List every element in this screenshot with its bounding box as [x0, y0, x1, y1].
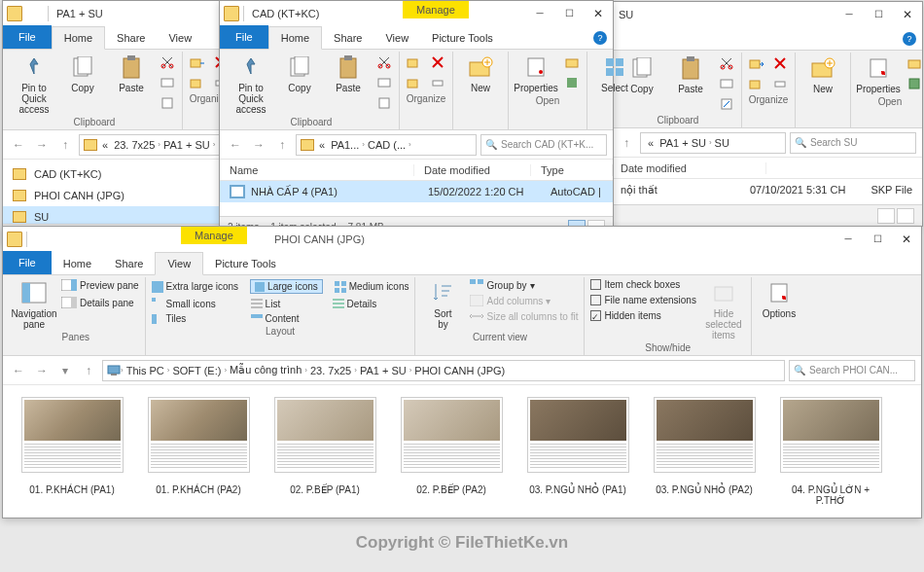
pin-button[interactable]: Pin to Quick access	[230, 54, 272, 115]
copypath-icon[interactable]	[159, 74, 176, 91]
tab-picturetools[interactable]: Picture Tools	[420, 27, 505, 49]
layout-tiles[interactable]: Tiles	[152, 313, 239, 324]
help-icon[interactable]: ?	[593, 31, 607, 45]
addcolumns-button[interactable]: Add columns ▾	[470, 295, 578, 306]
list-item[interactable]: 03. P.NGỦ NHỎ (PA1)	[524, 397, 631, 506]
sort-button[interactable]: Sort by	[421, 279, 464, 330]
copypath-icon[interactable]	[375, 74, 393, 91]
tab-view[interactable]: View	[157, 27, 203, 49]
breadcrumb[interactable]: «PA1 + SU›SU	[640, 132, 786, 154]
minimize-button[interactable]: ─	[834, 227, 863, 251]
fwd-button[interactable]: →	[32, 361, 52, 380]
back-button[interactable]: ←	[226, 135, 245, 155]
cut-icon[interactable]	[375, 54, 393, 71]
check-file-ext[interactable]: File name extensions	[590, 295, 696, 305]
list-item[interactable]: 02. P.BẾP (PA1)	[271, 397, 378, 506]
layout-md[interactable]: Medium icons	[335, 279, 409, 294]
tab-file[interactable]: File	[3, 251, 52, 274]
view-icons-icon[interactable]	[897, 208, 914, 224]
delete-icon[interactable]	[771, 54, 789, 72]
open-icon[interactable]	[906, 54, 923, 72]
recent-button[interactable]: ▾	[55, 361, 75, 380]
copy-button[interactable]: Copy	[61, 54, 104, 93]
moveto-icon[interactable]	[748, 54, 765, 72]
pin-button[interactable]: Pin to Quick access	[13, 54, 55, 115]
shortcut-icon[interactable]	[159, 94, 176, 112]
paste-button[interactable]: Paste	[669, 54, 712, 94]
paste-button[interactable]: Paste	[110, 54, 153, 93]
moveto-icon[interactable]	[189, 54, 206, 71]
new-button[interactable]: New	[459, 54, 502, 93]
contextual-tab[interactable]: Manage	[403, 1, 469, 18]
tab-share[interactable]: Share	[322, 27, 373, 49]
properties-button[interactable]: Properties	[857, 54, 900, 94]
groupby-button[interactable]: Group by ▾	[470, 279, 578, 291]
column-headers[interactable]: Name Date modified Type	[220, 160, 613, 181]
navpane-button[interactable]: Navigation pane	[13, 279, 55, 330]
tab-share[interactable]: Share	[105, 27, 157, 49]
tab-share[interactable]: Share	[103, 253, 155, 274]
list-item[interactable]: 01. P.KHÁCH (PA2)	[145, 397, 252, 506]
rename-icon[interactable]	[771, 75, 789, 92]
up-button[interactable]: ↑	[272, 135, 292, 155]
column-headers[interactable]: Date modified	[611, 158, 922, 179]
list-item[interactable]: nội thất 07/10/2021 5:31 CH SKP File	[611, 179, 922, 200]
paste-button[interactable]: Paste	[327, 54, 370, 93]
sizecolumns-button[interactable]: Size all columns to fit	[470, 310, 578, 322]
maximize-button[interactable]: ☐	[554, 1, 584, 25]
list-item[interactable]: 02. P.BẾP (PA2)	[398, 397, 505, 506]
tab-picturetools[interactable]: Picture Tools	[203, 253, 288, 274]
tab-view[interactable]: View	[155, 252, 203, 275]
check-hidden[interactable]: Hidden items	[590, 310, 696, 321]
shortcut-icon[interactable]	[375, 94, 393, 112]
tab-home[interactable]: Home	[52, 253, 103, 274]
cut-icon[interactable]	[159, 54, 176, 71]
layout-details[interactable]: Details	[333, 298, 377, 309]
back-button[interactable]: ←	[9, 361, 28, 380]
maximize-button[interactable]: ☐	[863, 227, 892, 251]
details-pane-button[interactable]: Details pane	[61, 297, 139, 308]
delete-icon[interactable]	[429, 54, 446, 71]
fwd-button[interactable]: →	[32, 135, 52, 155]
list-item[interactable]: PHOI CANH (JPG)	[3, 185, 252, 206]
options-button[interactable]: Options	[758, 279, 800, 319]
layout-lg[interactable]: Large icons	[250, 279, 323, 294]
up-button[interactable]: ↑	[617, 133, 636, 153]
copypath-icon[interactable]	[718, 75, 735, 92]
close-button[interactable]: ✕	[584, 1, 613, 25]
edit-icon[interactable]	[563, 74, 581, 91]
layout-xl[interactable]: Extra large icons	[152, 279, 238, 294]
copyto-icon[interactable]	[748, 75, 765, 92]
list-item[interactable]: 04. P.NGỦ LỚN + P.THỜ	[777, 397, 884, 506]
cut-icon[interactable]	[718, 54, 735, 72]
edit-icon[interactable]	[906, 75, 923, 92]
tab-file[interactable]: File	[3, 25, 52, 49]
layout-list[interactable]: List	[251, 298, 321, 309]
search-input[interactable]: 🔍Search CAD (KT+K...	[480, 134, 607, 156]
properties-button[interactable]: Properties	[515, 54, 557, 93]
maximize-button[interactable]: ☐	[864, 2, 893, 26]
minimize-button[interactable]: ─	[525, 1, 554, 25]
shortcut-icon[interactable]	[718, 95, 735, 113]
breadcrumb[interactable]: «PA1...›CAD (...›	[296, 134, 477, 156]
tab-home[interactable]: Home	[268, 26, 322, 50]
list-item[interactable]: CAD (KT+KC)	[3, 163, 252, 185]
list-item[interactable]: 03. P.NGỦ NHỎ (PA2)	[651, 397, 758, 506]
view-details-icon[interactable]	[877, 208, 895, 224]
layout-sm[interactable]: Small icons	[152, 298, 239, 309]
up-button[interactable]: ↑	[79, 361, 98, 380]
copyto-icon[interactable]	[406, 74, 423, 91]
list-item[interactable]: 01. P.KHÁCH (PA1)	[18, 397, 125, 506]
hidesel-button[interactable]: Hide selected items	[702, 279, 745, 340]
search-input[interactable]: 🔍Search SU	[790, 132, 916, 154]
preview-pane-button[interactable]: Preview pane	[61, 279, 139, 291]
rename-icon[interactable]	[429, 74, 446, 91]
open-icon[interactable]	[563, 54, 581, 71]
tab-view[interactable]: View	[373, 27, 420, 49]
minimize-button[interactable]: ─	[835, 2, 864, 26]
back-button[interactable]: ←	[9, 135, 28, 155]
fwd-button[interactable]: →	[249, 135, 268, 155]
new-button[interactable]: New	[801, 54, 844, 94]
search-input[interactable]: 🔍Search PHOI CAN...	[789, 360, 915, 381]
qat-icon[interactable]	[26, 5, 44, 22]
